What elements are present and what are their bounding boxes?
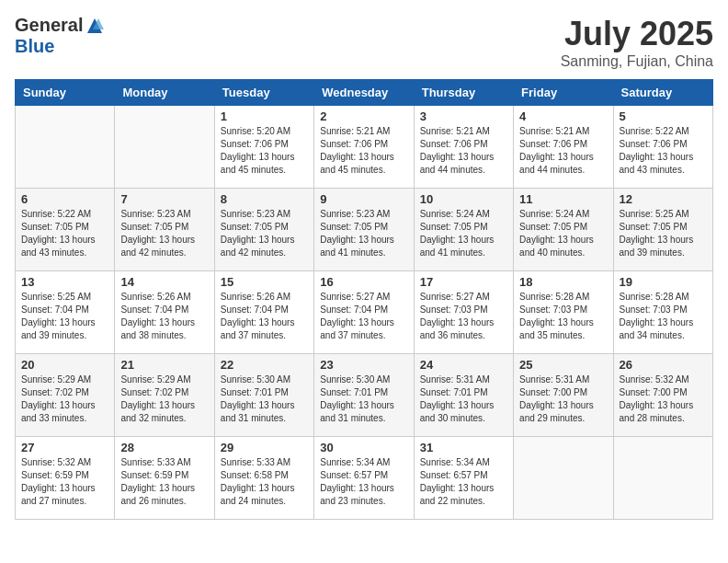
day-number: 15: [221, 275, 308, 289]
page-header: General Blue July 2025 Sanming, Fujian, …: [15, 15, 713, 70]
day-info: Sunrise: 5:33 AM Sunset: 6:59 PM Dayligh…: [120, 456, 208, 508]
calendar-cell: 3Sunrise: 5:21 AM Sunset: 7:06 PM Daylig…: [414, 106, 513, 189]
calendar-cell: 14Sunrise: 5:26 AM Sunset: 7:04 PM Dayli…: [115, 271, 214, 354]
day-number: 16: [320, 275, 407, 289]
calendar-week-row-5: 27Sunrise: 5:32 AM Sunset: 6:59 PM Dayli…: [16, 437, 713, 520]
day-number: 17: [420, 275, 507, 289]
calendar-cell: [514, 437, 613, 520]
calendar-cell: 22Sunrise: 5:30 AM Sunset: 7:01 PM Dayli…: [214, 354, 313, 437]
calendar-cell: 17Sunrise: 5:27 AM Sunset: 7:03 PM Dayli…: [414, 271, 513, 354]
day-number: 18: [519, 275, 607, 289]
day-number: 28: [120, 441, 208, 454]
day-number: 9: [320, 192, 407, 206]
day-info: Sunrise: 5:31 AM Sunset: 7:00 PM Dayligh…: [519, 373, 607, 425]
calendar-week-row-4: 20Sunrise: 5:29 AM Sunset: 7:02 PM Dayli…: [16, 354, 713, 437]
day-info: Sunrise: 5:30 AM Sunset: 7:01 PM Dayligh…: [221, 373, 308, 425]
calendar-cell: 18Sunrise: 5:28 AM Sunset: 7:03 PM Dayli…: [514, 271, 613, 354]
day-number: 23: [320, 358, 407, 372]
calendar-header-tuesday: Tuesday: [214, 80, 313, 106]
calendar-table: SundayMondayTuesdayWednesdayThursdayFrid…: [15, 79, 713, 520]
day-number: 29: [221, 441, 308, 454]
day-info: Sunrise: 5:22 AM Sunset: 7:05 PM Dayligh…: [21, 208, 108, 259]
calendar-header-saturday: Saturday: [613, 80, 712, 106]
day-number: 14: [120, 275, 208, 289]
calendar-title: July 2025: [561, 15, 713, 53]
calendar-header-friday: Friday: [514, 80, 613, 106]
title-area: July 2025 Sanming, Fujian, China: [561, 15, 713, 70]
calendar-cell: 12Sunrise: 5:25 AM Sunset: 7:05 PM Dayli…: [613, 189, 712, 271]
day-number: 4: [519, 109, 607, 123]
calendar-location: Sanming, Fujian, China: [561, 53, 713, 70]
calendar-header-sunday: Sunday: [16, 80, 115, 106]
calendar-header-monday: Monday: [115, 80, 214, 106]
day-info: Sunrise: 5:25 AM Sunset: 7:05 PM Dayligh…: [620, 208, 707, 259]
calendar-cell: 30Sunrise: 5:34 AM Sunset: 6:57 PM Dayli…: [314, 437, 414, 520]
calendar-cell: 26Sunrise: 5:32 AM Sunset: 7:00 PM Dayli…: [613, 354, 712, 437]
calendar-cell: 23Sunrise: 5:30 AM Sunset: 7:01 PM Dayli…: [314, 354, 414, 437]
calendar-cell: 11Sunrise: 5:24 AM Sunset: 7:05 PM Dayli…: [514, 189, 613, 271]
calendar-cell: 24Sunrise: 5:31 AM Sunset: 7:01 PM Dayli…: [414, 354, 513, 437]
day-number: 10: [420, 192, 507, 206]
calendar-cell: 2Sunrise: 5:21 AM Sunset: 7:06 PM Daylig…: [314, 106, 414, 189]
calendar-header-wednesday: Wednesday: [314, 80, 414, 106]
day-info: Sunrise: 5:32 AM Sunset: 7:00 PM Dayligh…: [620, 373, 707, 425]
day-info: Sunrise: 5:25 AM Sunset: 7:04 PM Dayligh…: [21, 291, 108, 342]
day-info: Sunrise: 5:26 AM Sunset: 7:04 PM Dayligh…: [120, 291, 208, 342]
day-info: Sunrise: 5:28 AM Sunset: 7:03 PM Dayligh…: [620, 291, 707, 342]
day-number: 3: [420, 109, 507, 123]
day-info: Sunrise: 5:26 AM Sunset: 7:04 PM Dayligh…: [221, 291, 308, 342]
day-info: Sunrise: 5:23 AM Sunset: 7:05 PM Dayligh…: [221, 208, 308, 259]
day-number: 7: [120, 192, 208, 206]
day-number: 2: [320, 109, 407, 123]
day-info: Sunrise: 5:34 AM Sunset: 6:57 PM Dayligh…: [420, 456, 507, 508]
calendar-cell: 1Sunrise: 5:20 AM Sunset: 7:06 PM Daylig…: [214, 106, 313, 189]
calendar-week-row-3: 13Sunrise: 5:25 AM Sunset: 7:04 PM Dayli…: [16, 271, 713, 354]
day-info: Sunrise: 5:30 AM Sunset: 7:01 PM Dayligh…: [320, 373, 407, 425]
day-info: Sunrise: 5:27 AM Sunset: 7:03 PM Dayligh…: [420, 291, 507, 342]
calendar-cell: 15Sunrise: 5:26 AM Sunset: 7:04 PM Dayli…: [214, 271, 313, 354]
logo-icon: [85, 17, 104, 35]
calendar-cell: 5Sunrise: 5:22 AM Sunset: 7:06 PM Daylig…: [613, 106, 712, 189]
day-info: Sunrise: 5:24 AM Sunset: 7:05 PM Dayligh…: [519, 208, 607, 259]
day-number: 19: [620, 275, 707, 289]
calendar-cell: 31Sunrise: 5:34 AM Sunset: 6:57 PM Dayli…: [414, 437, 513, 520]
calendar-cell: 27Sunrise: 5:32 AM Sunset: 6:59 PM Dayli…: [16, 437, 115, 520]
day-info: Sunrise: 5:21 AM Sunset: 7:06 PM Dayligh…: [320, 125, 407, 177]
calendar-cell: 9Sunrise: 5:23 AM Sunset: 7:05 PM Daylig…: [314, 189, 414, 271]
day-info: Sunrise: 5:28 AM Sunset: 7:03 PM Dayligh…: [519, 291, 607, 342]
day-number: 30: [320, 441, 407, 454]
day-info: Sunrise: 5:29 AM Sunset: 7:02 PM Dayligh…: [21, 373, 108, 425]
day-number: 1: [221, 109, 308, 123]
calendar-cell: [613, 437, 712, 520]
day-number: 31: [420, 441, 507, 454]
calendar-cell: 16Sunrise: 5:27 AM Sunset: 7:04 PM Dayli…: [314, 271, 414, 354]
day-number: 24: [420, 358, 507, 372]
calendar-cell: 7Sunrise: 5:23 AM Sunset: 7:05 PM Daylig…: [115, 189, 214, 271]
day-info: Sunrise: 5:27 AM Sunset: 7:04 PM Dayligh…: [320, 291, 407, 342]
calendar-cell: 25Sunrise: 5:31 AM Sunset: 7:00 PM Dayli…: [514, 354, 613, 437]
day-info: Sunrise: 5:23 AM Sunset: 7:05 PM Dayligh…: [120, 208, 208, 259]
day-info: Sunrise: 5:22 AM Sunset: 7:06 PM Dayligh…: [620, 125, 707, 177]
day-number: 5: [620, 109, 707, 123]
day-info: Sunrise: 5:23 AM Sunset: 7:05 PM Dayligh…: [320, 208, 407, 259]
day-number: 25: [519, 358, 607, 372]
day-info: Sunrise: 5:32 AM Sunset: 6:59 PM Dayligh…: [21, 456, 108, 508]
day-number: 12: [620, 192, 707, 206]
logo: General Blue: [15, 15, 105, 57]
day-number: 8: [221, 192, 308, 206]
calendar-cell: 21Sunrise: 5:29 AM Sunset: 7:02 PM Dayli…: [115, 354, 214, 437]
day-info: Sunrise: 5:20 AM Sunset: 7:06 PM Dayligh…: [221, 125, 308, 177]
day-number: 13: [21, 275, 108, 289]
day-number: 11: [519, 192, 607, 206]
day-number: 20: [21, 358, 108, 372]
day-info: Sunrise: 5:21 AM Sunset: 7:06 PM Dayligh…: [519, 125, 607, 177]
calendar-week-row-2: 6Sunrise: 5:22 AM Sunset: 7:05 PM Daylig…: [16, 189, 713, 271]
calendar-cell: 8Sunrise: 5:23 AM Sunset: 7:05 PM Daylig…: [214, 189, 313, 271]
calendar-cell: 10Sunrise: 5:24 AM Sunset: 7:05 PM Dayli…: [414, 189, 513, 271]
day-info: Sunrise: 5:21 AM Sunset: 7:06 PM Dayligh…: [420, 125, 507, 177]
calendar-cell: 13Sunrise: 5:25 AM Sunset: 7:04 PM Dayli…: [16, 271, 115, 354]
calendar-cell: [115, 106, 214, 189]
calendar-header-row: SundayMondayTuesdayWednesdayThursdayFrid…: [16, 80, 713, 106]
logo-blue-text: Blue: [15, 36, 54, 56]
day-number: 6: [21, 192, 108, 206]
